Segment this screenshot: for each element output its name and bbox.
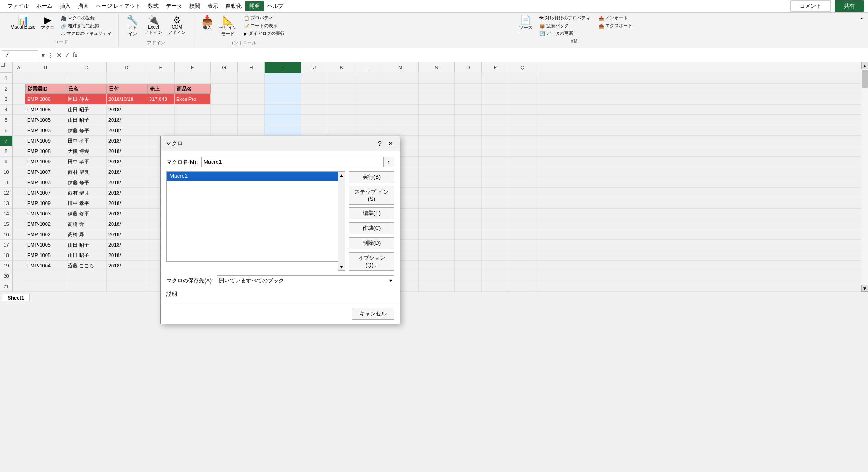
- cell-a-13[interactable]: [13, 198, 25, 208]
- ribbon-addin[interactable]: 🔧 アドイン: [124, 14, 141, 38]
- cell-b-7[interactable]: EMP-1009: [25, 136, 66, 146]
- list-scroll-up[interactable]: ▲: [338, 172, 345, 179]
- cell-p-1[interactable]: [482, 73, 509, 83]
- row-number[interactable]: 16: [0, 229, 13, 239]
- save-dropdown-icon[interactable]: ▾: [389, 277, 392, 284]
- cell-l-3[interactable]: [355, 94, 382, 104]
- menu-developer[interactable]: 開発: [245, 1, 264, 11]
- sheet-tab-1[interactable]: Sheet1: [2, 294, 30, 301]
- col-header-i[interactable]: I: [265, 62, 301, 73]
- cell-d-10[interactable]: 2018/: [107, 167, 147, 177]
- cell-i-5[interactable]: [265, 115, 301, 125]
- cell-q-8[interactable]: [509, 146, 536, 156]
- row-number[interactable]: 21: [0, 281, 13, 291]
- cell-b-8[interactable]: EMP-1008: [25, 146, 66, 156]
- cell-h-1[interactable]: [238, 73, 265, 83]
- scroll-up-button[interactable]: ▲: [861, 62, 868, 69]
- cell-l-4[interactable]: [355, 105, 382, 114]
- cell-c-13[interactable]: 田中 孝平: [66, 198, 107, 208]
- cell-f-4[interactable]: [175, 105, 211, 114]
- cell-p-2[interactable]: [482, 84, 509, 94]
- col-header-n[interactable]: N: [419, 62, 455, 73]
- cell-d-11[interactable]: 2018/: [107, 177, 147, 187]
- cell-n-2[interactable]: [419, 84, 455, 94]
- cell-q-20[interactable]: [509, 271, 536, 281]
- ribbon-macro[interactable]: ▶ マクロ: [39, 14, 56, 32]
- ribbon-collapse[interactable]: ⌃: [859, 16, 864, 25]
- cell-p-4[interactable]: [482, 105, 509, 114]
- more-options-icon[interactable]: ⋮: [47, 52, 54, 59]
- menu-file[interactable]: ファイル: [4, 1, 33, 11]
- ribbon-view-code[interactable]: 📝 コードの表示: [242, 22, 286, 29]
- cell-c-11[interactable]: 伊藤 修平: [66, 177, 107, 187]
- row-number[interactable]: 14: [0, 209, 13, 219]
- cell-b-12[interactable]: EMP-1007: [25, 188, 66, 198]
- cell-a-6[interactable]: [13, 125, 25, 135]
- cell-h-5[interactable]: [238, 115, 265, 125]
- cell-k-6[interactable]: [328, 125, 355, 135]
- cell-k-3[interactable]: [328, 94, 355, 104]
- cell-n-10[interactable]: [419, 167, 455, 177]
- col-header-p[interactable]: P: [482, 62, 509, 73]
- vertical-scrollbar[interactable]: ▲ ▼: [861, 62, 868, 292]
- cell-g-3[interactable]: [211, 94, 238, 104]
- cell-p-9[interactable]: [482, 157, 509, 167]
- cell-p-14[interactable]: [482, 209, 509, 219]
- cell-c-4[interactable]: 山田 昭子: [66, 105, 107, 114]
- cell-h-4[interactable]: [238, 105, 265, 114]
- ribbon-run-dialog[interactable]: ▶ ダイアログの実行: [242, 30, 286, 37]
- ribbon-relative-ref[interactable]: 🔗 相対参照で記録: [60, 22, 113, 29]
- col-header-b[interactable]: B: [25, 62, 66, 73]
- col-header-h[interactable]: H: [238, 62, 265, 73]
- cell-b-6[interactable]: EMP-1003: [25, 125, 66, 135]
- cell-p-3[interactable]: [482, 94, 509, 104]
- cell-f-6[interactable]: [175, 125, 211, 135]
- cell-p-10[interactable]: [482, 167, 509, 177]
- row-number[interactable]: 11: [0, 177, 13, 187]
- cell-n-7[interactable]: [419, 136, 455, 146]
- row-number[interactable]: 3: [0, 94, 13, 104]
- cell-q-16[interactable]: [509, 229, 536, 239]
- row-number[interactable]: 5: [0, 115, 13, 125]
- cell-h-6[interactable]: [238, 125, 265, 135]
- cell-c-9[interactable]: 田中 孝平: [66, 157, 107, 167]
- cell-b-14[interactable]: EMP-1003: [25, 209, 66, 219]
- row-number[interactable]: 7: [0, 136, 13, 146]
- cell-l-2[interactable]: [355, 84, 382, 94]
- cell-g-5[interactable]: [211, 115, 238, 125]
- ribbon-refresh-data[interactable]: 🔄 データの更新: [538, 30, 592, 37]
- menu-help[interactable]: ヘルプ: [264, 1, 287, 11]
- cell-b-19[interactable]: EMP-1004: [25, 261, 66, 271]
- cell-p-17[interactable]: [482, 240, 509, 250]
- cell-o-8[interactable]: [455, 146, 482, 156]
- cell-c-6[interactable]: 伊藤 修平: [66, 125, 107, 135]
- cell-b-17[interactable]: EMP-1005: [25, 240, 66, 250]
- cell-q-13[interactable]: [509, 198, 536, 208]
- cell-f-1[interactable]: [175, 73, 211, 83]
- cancel-formula-icon[interactable]: ✕: [57, 52, 62, 59]
- cell-l-5[interactable]: [355, 115, 382, 125]
- cell-j-5[interactable]: [301, 115, 328, 125]
- cell-b-21[interactable]: [25, 281, 66, 291]
- cell-p-5[interactable]: [482, 115, 509, 125]
- row-number[interactable]: 9: [0, 157, 13, 167]
- cell-n-12[interactable]: [419, 188, 455, 198]
- row-number[interactable]: 10: [0, 167, 13, 177]
- cell-l-1[interactable]: [355, 73, 382, 83]
- cell-o-21[interactable]: [455, 281, 482, 291]
- cell-c-21[interactable]: [66, 281, 107, 291]
- macro-list[interactable]: Macro1: [166, 171, 345, 262]
- cell-c-15[interactable]: 高橋 舜: [66, 219, 107, 229]
- cell-c-7[interactable]: 田中 孝平: [66, 136, 107, 146]
- cell-a-18[interactable]: [13, 250, 25, 260]
- col-header-e[interactable]: E: [147, 62, 175, 73]
- cell-o-3[interactable]: [455, 94, 482, 104]
- cell-d-13[interactable]: 2018/: [107, 198, 147, 208]
- cell-d-20[interactable]: [107, 271, 147, 281]
- cell-b-1[interactable]: [25, 73, 66, 83]
- cell-c-10[interactable]: 西村 聖良: [66, 167, 107, 177]
- cell-q-11[interactable]: [509, 177, 536, 187]
- cell-c-18[interactable]: 山田 昭子: [66, 250, 107, 260]
- row-number[interactable]: 1: [0, 73, 13, 83]
- dialog-close-button[interactable]: ✕: [386, 139, 395, 148]
